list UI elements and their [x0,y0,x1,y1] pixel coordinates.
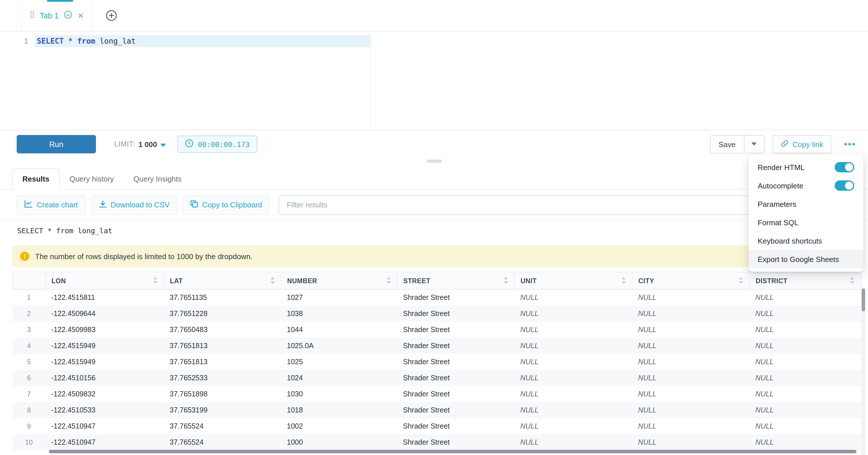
table-cell: NULL [515,322,632,337]
create-chart-button[interactable]: Create chart [17,195,85,215]
table-cell: 1025 [281,354,397,370]
sort-icon[interactable] [153,277,158,285]
limit-dropdown[interactable]: LIMIT: 1 000 [114,139,166,149]
sort-icon[interactable] [270,277,275,285]
table-cell: -122.4510156 [45,370,164,386]
table-cell: -122.4510947 [45,418,164,434]
column-header-number[interactable]: NUMBER [281,272,397,289]
table-cell: NULL [515,370,632,386]
sort-icon[interactable] [621,277,626,285]
table-cell: NULL [632,386,750,402]
column-header-city[interactable]: CITY [632,272,750,289]
sql-editor[interactable]: 1 SELECT * from long_lat [0,32,868,130]
table-cell: NULL [750,434,861,450]
tab-saved-check-icon [64,10,72,21]
table-cell: -122.4509832 [45,386,164,402]
menu-item-render-html[interactable]: Render HTML [748,158,863,176]
tab-query-insights[interactable]: Query Insights [124,168,192,189]
drag-handle-icon[interactable] [30,10,34,21]
row-number-cell: 10 [12,434,45,450]
tab-results[interactable]: Results [12,168,60,189]
more-options-button[interactable] [842,140,858,148]
save-options-button[interactable] [744,135,764,153]
column-header-district[interactable]: DISTRICT [750,272,861,289]
run-button[interactable]: Run [17,135,96,153]
table-cell: NULL [632,434,750,450]
results-table-container: LONLATNUMBERSTREETUNITCITYDISTRICTRE 1-1… [12,272,862,455]
add-tab-button[interactable] [105,9,118,22]
sort-icon[interactable] [503,277,508,285]
table-cell: 1024 [281,370,397,386]
menu-item-keyboard-shortcuts[interactable]: Keyboard shortcuts [748,232,863,250]
editor-code-area[interactable]: SELECT * from long_lat [35,32,868,130]
toggle-switch-on[interactable] [835,162,854,172]
pane-splitter[interactable] [0,158,868,162]
table-cell: Shrader Street [397,289,515,305]
table-cell: Shrader Street [397,370,515,386]
table-cell: 37.7653199 [164,402,281,418]
results-tab-strip: Results Query history Query Insights [0,162,868,189]
table-cell: NULL [515,289,632,305]
table-cell: 37.765524 [164,418,281,434]
vertical-scrollbar[interactable] [861,287,865,455]
row-number-cell: 11 [12,450,45,455]
warning-icon: ! [20,252,29,261]
table-row: 10-122.451094737.7655241000Shrader Stree… [12,434,862,450]
column-header-unit[interactable]: UNIT [515,272,632,289]
chart-icon [24,200,33,210]
tab-query-history[interactable]: Query history [60,168,124,189]
sql-keyword: SELECT [37,37,64,46]
tab-label: Tab 1 [40,11,59,20]
table-cell: NULL [515,386,632,402]
column-header-re[interactable]: RE [861,272,862,289]
row-number-cell: 4 [12,337,45,354]
vertical-scrollbar-thumb[interactable] [861,289,865,311]
active-tab-indicator [47,0,73,2]
table-cell: NULL [750,418,861,434]
menu-item-export-to-google-sheets[interactable]: Export to Google Sheets [748,250,863,268]
table-row: 1-122.451581137.76511351027Shrader Stree… [12,289,862,305]
table-cell: NULL [632,354,750,370]
table-cell: NULL [632,305,750,322]
editor-tab[interactable]: Tab 1 ✕ [21,0,92,31]
table-cell: 1038 [281,305,397,322]
download-csv-button[interactable]: Download to CSV [91,195,177,215]
query-timer: 00:00:00.173 [178,135,257,153]
column-header-lat[interactable]: LAT [164,272,281,289]
table-cell: 1027 [281,289,397,305]
table-cell: 37.7651898 [164,386,281,402]
table-row: 8-122.451053337.76531991018Shrader Stree… [12,402,862,418]
table-cell: 1018 [281,402,397,418]
line-number: 1 [24,37,28,46]
table-cell: 1025.0A [281,337,397,354]
table-cell: NULL [632,289,750,305]
row-number-cell: 3 [12,322,45,337]
tab-close-icon[interactable]: ✕ [78,12,84,19]
copy-clipboard-button[interactable]: Copy to Clipboard [183,195,270,215]
table-cell: -122.4509644 [45,305,164,322]
column-header-street[interactable]: STREET [397,272,515,289]
splitter-grip-icon[interactable] [427,158,441,163]
row-number-cell: 9 [12,418,45,434]
menu-item-parameters[interactable]: Parameters [748,195,863,213]
toolbar-right: Save Copy link [710,135,862,153]
table-row: 9-122.451094737.7655241002Shrader Street… [12,418,862,434]
row-number-cell: 5 [12,354,45,370]
horizontal-scrollbar-thumb[interactable] [49,450,857,453]
download-icon [98,200,106,210]
column-header-lon[interactable]: LON [45,272,164,289]
toggle-switch-on[interactable] [835,180,854,191]
save-button[interactable]: Save [710,135,744,153]
sort-icon[interactable] [739,277,744,285]
table-row: 7-122.450983237.76518981030Shrader Stree… [12,386,862,402]
results-table-head: LONLATNUMBERSTREETUNITCITYDISTRICTRE [12,272,862,289]
link-icon [780,139,788,149]
copy-link-button[interactable]: Copy link [772,135,831,153]
sort-icon[interactable] [850,277,855,285]
table-cell: NULL [515,434,632,450]
menu-item-autocomplete[interactable]: Autocomplete [748,176,863,195]
table-cell: -122.4510533 [45,402,164,418]
sort-icon[interactable] [386,277,391,285]
table-cell: -122.4515949 [45,337,164,354]
menu-item-format-sql[interactable]: Format SQL [748,213,863,232]
